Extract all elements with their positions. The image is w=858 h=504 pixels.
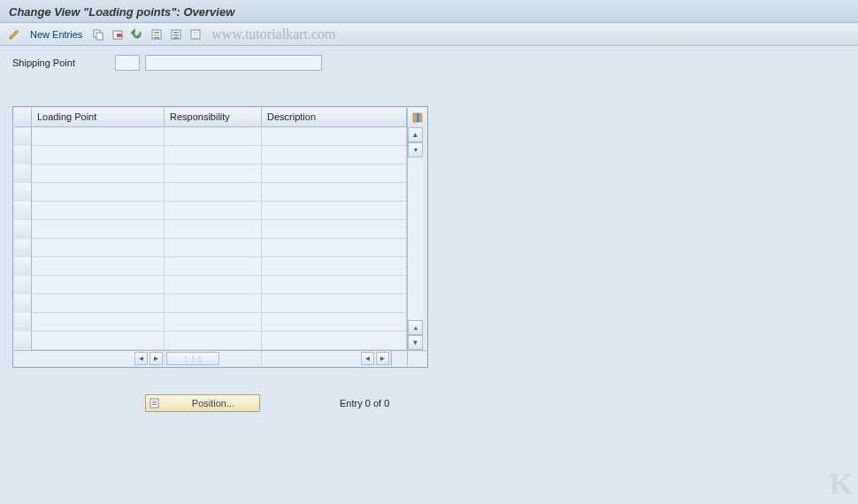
row-selector[interactable]	[14, 127, 32, 146]
toggle-edit-icon[interactable]	[7, 27, 21, 42]
vscroll-line-up-icon[interactable]: ▾	[408, 142, 423, 157]
row-selector[interactable]	[14, 332, 32, 350]
cell-description[interactable]	[262, 146, 407, 164]
cell-description[interactable]	[262, 313, 407, 332]
table-row	[14, 294, 407, 313]
cell-responsibility[interactable]	[165, 220, 262, 239]
table-row	[14, 183, 407, 202]
cell-responsibility[interactable]	[165, 164, 262, 183]
position-button[interactable]: Position...	[145, 394, 260, 412]
cell-responsibility[interactable]	[165, 146, 262, 164]
hscroll-right2-icon[interactable]: ►	[376, 352, 389, 365]
toolbar: New Entries www.tutorialkart.com	[0, 23, 858, 46]
cell-description[interactable]	[262, 239, 407, 257]
table-row	[14, 202, 407, 220]
cell-loading-point[interactable]	[32, 183, 165, 202]
row-selector[interactable]	[14, 202, 32, 220]
table-row	[14, 220, 407, 239]
deselect-all-icon[interactable]	[188, 27, 203, 42]
cell-responsibility[interactable]	[165, 313, 262, 332]
shipping-point-desc-input[interactable]	[145, 55, 322, 71]
table-row	[14, 239, 407, 257]
select-all-icon[interactable]	[149, 27, 164, 42]
vscroll-down-icon[interactable]: ▼	[408, 335, 423, 350]
cell-loading-point[interactable]	[32, 332, 165, 350]
row-selector[interactable]	[14, 313, 32, 332]
col-header-responsibility[interactable]: Responsibility	[165, 108, 262, 126]
cell-responsibility[interactable]	[165, 127, 262, 146]
footer-row: Position... Entry 0 of 0	[145, 394, 846, 412]
horizontal-scrollbar: ◄ ► ⋮⋮⋮ ◄ ►	[14, 350, 407, 366]
copy-as-icon[interactable]	[91, 27, 105, 42]
hscroll-left-icon[interactable]: ◄	[134, 352, 148, 365]
cell-description[interactable]	[262, 164, 407, 183]
cell-description[interactable]	[262, 276, 407, 294]
row-selector[interactable]	[14, 146, 32, 164]
loading-points-table: Loading Point Responsibility Description…	[12, 106, 428, 368]
cell-description[interactable]	[262, 183, 407, 202]
cell-loading-point[interactable]	[32, 202, 165, 220]
content-area: Shipping Point Loading Point Responsibil…	[0, 46, 858, 421]
svg-rect-20	[152, 401, 157, 401]
cell-description[interactable]	[262, 294, 407, 313]
cell-loading-point[interactable]	[32, 220, 165, 239]
cell-loading-point[interactable]	[32, 313, 165, 332]
svg-rect-10	[173, 34, 179, 36]
svg-rect-5	[154, 32, 159, 34]
shipping-point-input[interactable]	[115, 55, 140, 71]
row-selector[interactable]	[14, 164, 32, 183]
cell-responsibility[interactable]	[165, 276, 262, 294]
cell-description[interactable]	[262, 202, 407, 220]
cell-description[interactable]	[262, 127, 407, 146]
svg-rect-17	[417, 113, 419, 122]
cell-loading-point[interactable]	[32, 276, 165, 294]
vscroll-line-down-icon[interactable]: ▴	[408, 320, 423, 335]
row-selector[interactable]	[14, 183, 32, 202]
table-row	[14, 276, 407, 294]
cell-responsibility[interactable]	[165, 257, 262, 276]
vertical-scrollbar: ▲ ▾ ▴ ▼	[407, 127, 423, 350]
cell-description[interactable]	[262, 257, 407, 276]
row-selector[interactable]	[14, 294, 32, 313]
cell-responsibility[interactable]	[165, 183, 262, 202]
shipping-point-row: Shipping Point	[12, 55, 846, 71]
cell-responsibility[interactable]	[165, 332, 262, 350]
cell-description[interactable]	[262, 220, 407, 239]
delete-icon[interactable]	[111, 27, 125, 42]
row-selector[interactable]	[14, 220, 32, 239]
cell-loading-point[interactable]	[32, 239, 165, 257]
row-selector[interactable]	[14, 276, 32, 294]
svg-rect-15	[193, 37, 198, 38]
corner-logo: K	[830, 467, 853, 500]
hscroll-left2-icon[interactable]: ◄	[361, 352, 374, 365]
col-header-description[interactable]: Description	[262, 108, 407, 126]
hscroll-thumb[interactable]: ⋮⋮⋮	[166, 352, 219, 365]
vscroll-track[interactable]	[408, 157, 423, 320]
page-title: Change View "Loading points": Overview	[9, 5, 234, 19]
select-block-icon[interactable]	[169, 27, 183, 42]
cell-loading-point[interactable]	[32, 146, 165, 164]
svg-rect-7	[154, 37, 159, 39]
undo-icon[interactable]	[130, 27, 144, 42]
cell-loading-point[interactable]	[32, 257, 165, 276]
cell-loading-point[interactable]	[32, 294, 165, 313]
row-selector[interactable]	[14, 257, 32, 276]
svg-rect-6	[154, 34, 159, 36]
row-selector[interactable]	[14, 239, 32, 257]
col-header-loading-point[interactable]: Loading Point	[32, 108, 165, 126]
cell-responsibility[interactable]	[165, 294, 262, 313]
table-row	[14, 127, 407, 146]
cell-responsibility[interactable]	[165, 202, 262, 220]
cell-description[interactable]	[262, 332, 407, 350]
table-config-icon[interactable]	[407, 108, 426, 127]
cell-loading-point[interactable]	[32, 127, 165, 146]
cell-responsibility[interactable]	[165, 239, 262, 257]
position-icon	[149, 397, 162, 409]
row-selector-header[interactable]	[14, 108, 32, 126]
new-entries-button[interactable]: New Entries	[30, 29, 82, 40]
hscroll-right-icon[interactable]: ►	[149, 352, 163, 365]
svg-rect-21	[152, 402, 157, 403]
cell-loading-point[interactable]	[32, 164, 165, 183]
table-row	[14, 146, 407, 164]
vscroll-up-icon[interactable]: ▲	[408, 127, 423, 142]
